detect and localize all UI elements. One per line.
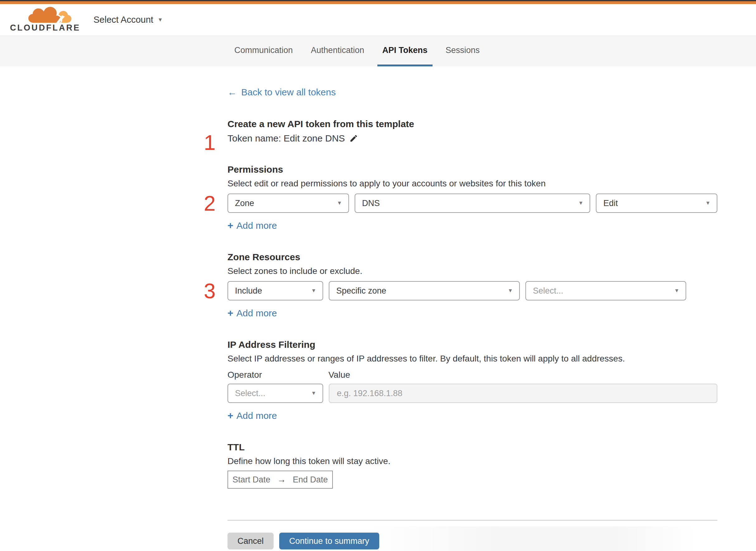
permissions-add-more-link[interactable]: + Add more (227, 220, 277, 231)
ip-filtering-title: IP Address Filtering (227, 340, 717, 350)
ip-operator-placeholder: Select... (235, 389, 265, 398)
zone-resources-add-more-link[interactable]: + Add more (227, 307, 277, 319)
cloudflare-wordmark: CLOUDFLARE (10, 23, 80, 33)
zone-type-value: Specific zone (336, 286, 387, 296)
plus-icon: + (227, 220, 233, 231)
add-more-label: Add more (236, 308, 277, 319)
back-arrow-icon: ← (227, 87, 237, 97)
permissions-title: Permissions (227, 164, 717, 175)
permission-scope-value: Zone (235, 198, 254, 208)
plus-icon: + (227, 307, 233, 319)
zone-mode-select[interactable]: Include ▼ (227, 281, 323, 301)
chevron-down-icon: ▼ (705, 200, 711, 206)
operator-label: Operator (227, 370, 323, 380)
plus-icon: + (227, 410, 233, 421)
zone-type-select[interactable]: Specific zone ▼ (329, 281, 520, 301)
tab-api-tokens[interactable]: API Tokens (377, 36, 433, 66)
account-selector-label: Select Account (93, 15, 153, 25)
footer-actions: Cancel Continue to summary (227, 533, 717, 549)
ip-value-input[interactable] (329, 384, 717, 403)
zone-mode-value: Include (235, 286, 262, 296)
chevron-down-icon: ▼ (311, 288, 316, 294)
zone-resources-description: Select zones to include or exclude. (227, 266, 717, 276)
back-to-tokens-link[interactable]: ← Back to view all tokens (227, 87, 335, 97)
token-name-text: Token name: Edit zone DNS (227, 133, 345, 144)
back-link-label: Back to view all tokens (241, 87, 335, 97)
ip-filtering-description: Select IP addresses or ranges of IP addr… (227, 354, 717, 364)
end-date-placeholder: End Date (292, 475, 328, 485)
ip-filtering-labels: Operator Value (227, 370, 717, 380)
brand-top-bar (0, 1, 756, 4)
chevron-down-icon: ▼ (508, 288, 513, 294)
zone-picker-select[interactable]: Select... ▼ (525, 281, 686, 301)
chevron-down-icon: ▼ (158, 17, 163, 23)
token-name-section: 1 Create a new API token from this templ… (227, 119, 717, 144)
footer-divider (227, 520, 717, 521)
chevron-down-icon: ▼ (674, 288, 679, 294)
annotation-number-1: 1 (204, 132, 216, 153)
start-date-placeholder: Start Date (232, 475, 270, 485)
zone-picker-placeholder: Select... (533, 286, 564, 296)
chevron-down-icon: ▼ (311, 390, 316, 397)
cloudflare-logo[interactable]: CLOUDFLARE (9, 5, 75, 35)
chevron-down-icon: ▼ (337, 200, 342, 206)
zone-resources-title: Zone Resources (227, 252, 717, 262)
footer-shadow (366, 526, 697, 551)
permission-service-value: DNS (362, 198, 380, 208)
template-title: Create a new API token from this templat… (227, 119, 717, 129)
ip-operator-select[interactable]: Select... ▼ (227, 384, 323, 403)
edit-pencil-icon[interactable] (349, 134, 358, 143)
value-label: Value (328, 370, 350, 380)
section-tabs: Communication Authentication API Tokens … (0, 36, 756, 66)
add-more-label: Add more (236, 220, 277, 231)
account-selector[interactable]: Select Account ▼ (93, 15, 163, 25)
main-content: ← Back to view all tokens 1 Create a new… (0, 66, 756, 549)
zone-resources-row: 3 Include ▼ Specific zone ▼ Select... ▼ (227, 281, 717, 301)
tab-communication[interactable]: Communication (229, 36, 298, 66)
annotation-number-2: 2 (204, 192, 216, 214)
chevron-down-icon: ▼ (578, 200, 583, 206)
continue-to-summary-button[interactable]: Continue to summary (279, 533, 379, 549)
permission-access-value: Edit (603, 198, 618, 208)
permissions-row: 2 Zone ▼ DNS ▼ Edit ▼ (227, 193, 717, 213)
cloudflare-cloud-icon (27, 6, 74, 25)
permission-access-select[interactable]: Edit ▼ (596, 193, 717, 213)
ttl-date-range-picker[interactable]: Start Date → End Date (227, 471, 333, 489)
ip-filtering-add-more-link[interactable]: + Add more (227, 410, 277, 421)
annotation-number-3: 3 (204, 280, 216, 302)
cancel-button[interactable]: Cancel (227, 533, 273, 549)
permissions-description: Select edit or read permissions to apply… (227, 178, 717, 188)
tab-sessions[interactable]: Sessions (441, 36, 485, 66)
ttl-description: Define how long this token will stay act… (227, 456, 717, 466)
add-more-label: Add more (236, 411, 277, 421)
app-header: CLOUDFLARE Select Account ▼ (0, 4, 756, 36)
arrow-right-icon: → (277, 475, 286, 485)
ip-filtering-row: Select... ▼ (227, 384, 717, 403)
tab-authentication[interactable]: Authentication (306, 36, 369, 66)
permission-service-select[interactable]: DNS ▼ (354, 193, 590, 213)
permission-scope-select[interactable]: Zone ▼ (227, 193, 349, 213)
ttl-title: TTL (227, 442, 717, 453)
